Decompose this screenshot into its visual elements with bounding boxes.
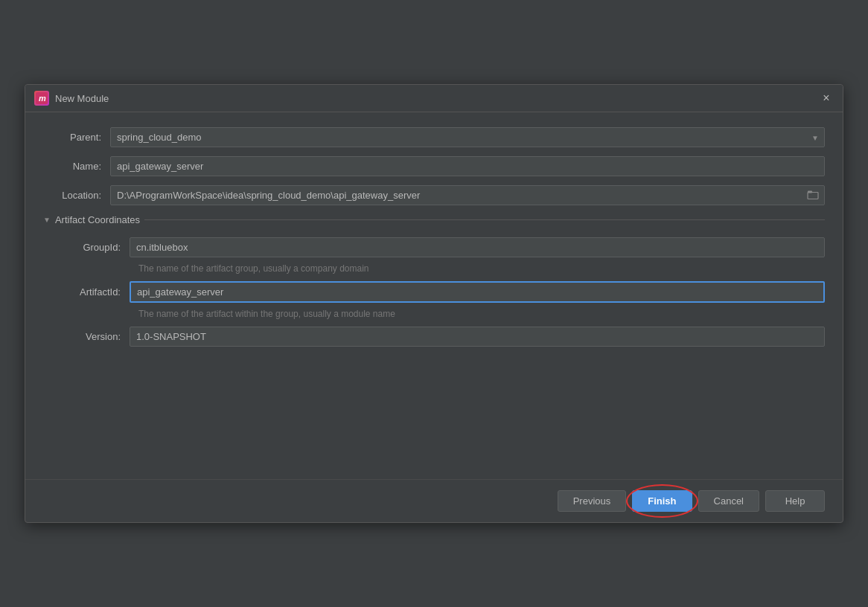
- name-label: Name:: [43, 161, 110, 172]
- location-input[interactable]: [110, 185, 825, 205]
- dialog-overlay: m New Module × Parent: spring_cloud_demo…: [0, 0, 868, 607]
- collapse-arrow-icon: ▼: [43, 216, 51, 224]
- finish-button[interactable]: Finish: [632, 490, 692, 512]
- artifactid-label: ArtifactId:: [55, 286, 130, 298]
- artifactid-input-wrapper: [130, 281, 825, 303]
- name-input[interactable]: [110, 156, 825, 176]
- browse-button[interactable]: [804, 187, 822, 203]
- artifact-section-header[interactable]: ▼ Artifact Coordinates: [43, 214, 825, 225]
- artifactid-input[interactable]: [130, 281, 825, 303]
- groupid-input[interactable]: [130, 237, 825, 257]
- svg-rect-3: [808, 190, 812, 193]
- artifactid-hint: The name of the artifact within the grou…: [138, 309, 825, 319]
- svg-text:m: m: [39, 94, 46, 103]
- parent-select-wrapper: spring_cloud_demo ▼: [110, 127, 825, 147]
- location-input-wrapper: [110, 185, 825, 205]
- cancel-button[interactable]: Cancel: [698, 490, 759, 512]
- previous-button[interactable]: Previous: [558, 490, 627, 512]
- dialog-body: Parent: spring_cloud_demo ▼ Name: Locati…: [25, 112, 843, 479]
- svg-rect-2: [808, 192, 818, 199]
- parent-row: Parent: spring_cloud_demo ▼: [43, 127, 825, 147]
- groupid-hint: The name of the artifact group, usually …: [138, 263, 825, 274]
- parent-label: Parent:: [43, 132, 110, 143]
- parent-select[interactable]: spring_cloud_demo: [110, 127, 825, 147]
- dialog-titlebar: m New Module ×: [25, 85, 843, 112]
- location-row: Location:: [43, 185, 825, 205]
- version-input[interactable]: [130, 327, 825, 347]
- help-button[interactable]: Help: [765, 490, 825, 512]
- groupid-label: GroupId:: [55, 242, 130, 253]
- groupid-row: GroupId:: [55, 237, 825, 257]
- section-divider: [144, 219, 825, 220]
- finish-button-wrapper: Finish: [632, 490, 692, 512]
- new-module-dialog: m New Module × Parent: spring_cloud_demo…: [25, 84, 843, 523]
- artifact-section-title: Artifact Coordinates: [55, 214, 140, 225]
- artifact-section-body: GroupId: The name of the artifact group,…: [43, 237, 825, 347]
- name-input-wrapper: [110, 156, 825, 176]
- dialog-footer: Previous Finish Cancel Help: [25, 479, 843, 522]
- version-row: Version:: [55, 327, 825, 347]
- dialog-title: New Module: [55, 93, 109, 104]
- location-label: Location:: [43, 190, 110, 201]
- artifactid-row: ArtifactId:: [55, 281, 825, 303]
- version-input-wrapper: [130, 327, 825, 347]
- close-button[interactable]: ×: [819, 91, 834, 106]
- app-icon: m: [34, 91, 49, 106]
- name-row: Name:: [43, 156, 825, 176]
- dialog-title-left: m New Module: [34, 91, 109, 106]
- groupid-input-wrapper: [130, 237, 825, 257]
- version-label: Version:: [55, 331, 130, 342]
- body-spacer: [43, 353, 825, 464]
